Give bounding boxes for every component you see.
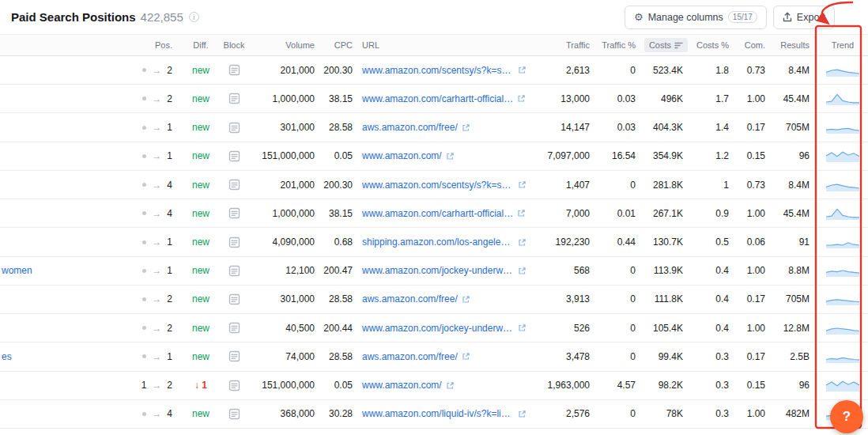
info-icon[interactable]: i (189, 12, 199, 22)
position-to: 2 (167, 65, 172, 76)
col-volume[interactable]: Volume (250, 40, 323, 50)
col-trend[interactable]: Trend (817, 40, 868, 50)
block-note-icon[interactable] (228, 350, 240, 362)
block-note-icon[interactable] (228, 380, 240, 392)
diff-cell: new (183, 122, 218, 133)
volume-cell: 151,000,000 (250, 150, 323, 161)
url-link[interactable]: aws.amazon.com/free/ (362, 122, 458, 133)
url-link[interactable]: www.amazon.com/jockey-underwe… (362, 323, 514, 334)
block-note-icon[interactable] (228, 179, 240, 191)
block-note-icon[interactable] (228, 207, 240, 219)
url-link[interactable]: www.amazon.com/liquid-iv/s?k=liq… (362, 408, 514, 419)
col-traffic-pct[interactable]: Traffic % (598, 40, 643, 50)
external-link-icon (462, 295, 470, 304)
keyword-cell: es (0, 351, 79, 362)
diff-value: ↓ 1 (194, 380, 207, 391)
traffic-pct-cell: 0 (598, 351, 643, 362)
diff-cell: new (183, 293, 218, 304)
costs-cell: 111.8K (643, 293, 691, 304)
col-block[interactable]: Block (218, 40, 250, 50)
traffic-cell: 3,478 (526, 351, 598, 362)
col-costs-pct[interactable]: Costs % (691, 40, 737, 50)
table-row: women → 1 new 12,100 200.47 www.amazon.c… (0, 257, 868, 286)
com-cell: 0.15 (737, 380, 773, 391)
arrow-right-icon: → (152, 323, 161, 334)
block-cell (218, 350, 250, 362)
trend-sparkline (826, 207, 859, 220)
keyword-link[interactable]: es (2, 351, 12, 362)
col-costs[interactable]: Costs (643, 38, 691, 52)
url-link[interactable]: aws.amazon.com/free/ (362, 351, 458, 362)
col-pos[interactable]: Pos. (79, 40, 183, 50)
help-button[interactable]: ? (830, 400, 863, 433)
col-traffic[interactable]: Traffic (526, 40, 598, 50)
url-link[interactable]: shipping.amazon.com/los-angeles-… (362, 236, 514, 248)
manage-columns-label: Manage columns (648, 12, 723, 23)
costs-pct-cell: 0.4 (691, 265, 737, 276)
results-cell: 8.4M (773, 65, 817, 76)
gear-icon: ⚙ (634, 12, 643, 22)
block-note-icon[interactable] (228, 236, 240, 248)
table-row: → 4 new 201,000 200.30 www.amazon.com/sc… (0, 171, 868, 199)
paid-search-table: Pos. Diff. Block Volume CPC URL Traffic … (0, 35, 868, 429)
url-link[interactable]: www.amazon.com/ (362, 380, 442, 391)
url-cell: shipping.amazon.com/los-angeles-… (360, 236, 526, 248)
block-note-icon[interactable] (228, 64, 240, 76)
position-to: 1 (167, 236, 172, 248)
block-note-icon[interactable] (228, 93, 240, 104)
url-cell: aws.amazon.com/free/ (360, 122, 526, 133)
traffic-cell: 1,963,000 (526, 380, 598, 391)
arrow-right-icon: → (152, 180, 161, 191)
block-cell (218, 236, 250, 248)
url-link[interactable]: www.amazon.com/scentsy/s?k=sce… (362, 65, 514, 76)
traffic-cell: 2,613 (526, 65, 598, 76)
url-link[interactable]: www.amazon.com/jockey-underwe… (362, 265, 514, 276)
costs-cell: 354.9K (643, 150, 691, 161)
url-link[interactable]: www.amazon.com/carhartt-official… (362, 208, 513, 219)
costs-label: Costs (649, 40, 671, 50)
traffic-pct-cell: 0 (598, 323, 643, 334)
sort-descending-icon (674, 42, 683, 49)
trend-cell (817, 179, 868, 191)
position-to: 1 (167, 150, 172, 161)
block-note-icon[interactable] (228, 122, 240, 134)
costs-sort-pill[interactable]: Costs (644, 38, 688, 52)
col-com[interactable]: Com. (737, 40, 773, 50)
external-link-icon (462, 352, 470, 361)
block-note-icon[interactable] (228, 293, 240, 305)
col-results[interactable]: Results (773, 40, 817, 50)
col-url[interactable]: URL (360, 40, 526, 50)
block-note-icon[interactable] (228, 150, 240, 162)
results-cell: 91 (773, 236, 817, 248)
cpc-cell: 200.44 (323, 323, 360, 334)
url-link[interactable]: aws.amazon.com/free/ (362, 293, 458, 304)
block-note-icon[interactable] (228, 322, 240, 334)
diff-cell: new (183, 265, 218, 276)
url-cell: www.amazon.com/ (360, 150, 526, 161)
url-link[interactable]: www.amazon.com/ (362, 150, 442, 161)
block-note-icon[interactable] (228, 265, 240, 277)
costs-cell: 404.3K (643, 122, 691, 133)
col-cpc[interactable]: CPC (323, 40, 360, 50)
col-diff[interactable]: Diff. (183, 40, 218, 50)
export-icon (783, 12, 792, 22)
external-link-icon (446, 152, 455, 161)
position-to: 2 (167, 293, 172, 304)
table-body: → 2 new 201,000 200.30 www.amazon.com/sc… (0, 56, 868, 429)
com-cell: 0.17 (737, 293, 773, 304)
export-button[interactable]: Export (773, 6, 835, 29)
manage-columns-button[interactable]: ⚙ Manage columns 15/17 (625, 6, 767, 29)
trend-sparkline (826, 121, 859, 134)
trend-cell (817, 207, 868, 220)
keyword-link[interactable]: women (2, 265, 32, 276)
block-note-icon[interactable] (228, 408, 240, 420)
costs-cell: 281.8K (643, 180, 691, 191)
url-link[interactable]: www.amazon.com/scentsy/s?k=sce… (362, 180, 514, 191)
url-link[interactable]: www.amazon.com/carhartt-official… (362, 93, 513, 104)
traffic-pct-cell: 0 (598, 265, 643, 276)
position-from (142, 126, 146, 130)
results-count: 422,855 (141, 10, 183, 24)
com-cell: 1.00 (737, 93, 773, 104)
trend-sparkline (826, 64, 859, 77)
traffic-cell: 526 (526, 323, 598, 334)
